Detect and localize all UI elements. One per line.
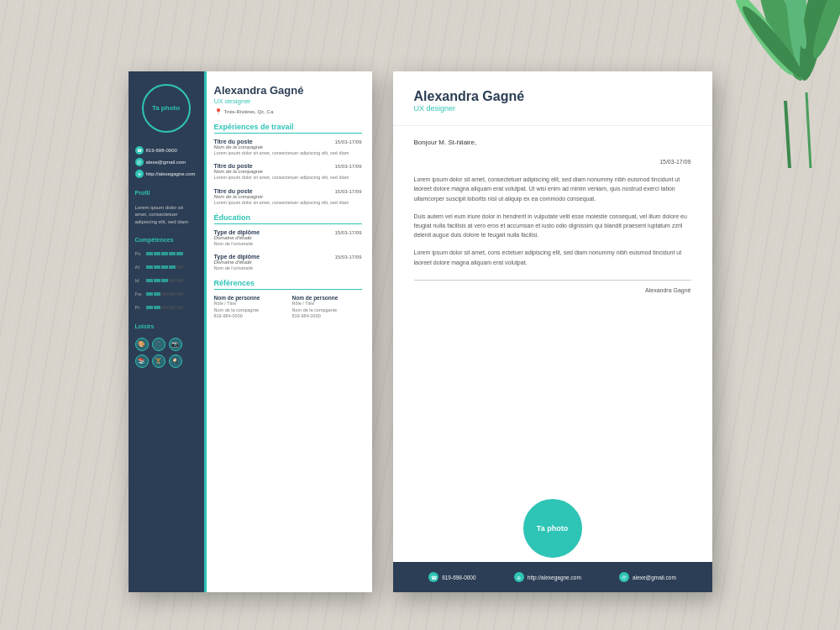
experience-section-title: Expériences de travail <box>214 123 362 134</box>
letter-signature: Alexandra Gagné <box>414 280 691 293</box>
comp-fw: Fw <box>135 291 197 297</box>
location-pin-icon: 📍 <box>214 108 223 116</box>
letter-para-3: Lorem ipsum dolor sit amet, cons ectetue… <box>414 248 691 266</box>
competences-title: Compétences <box>135 237 197 243</box>
loisirs-icons: 🎨 🎵 📷 📚 🏋 🍳 <box>135 338 197 368</box>
documents-wrapper: Ta photo ☎ 819-698-0000 @ alexe@gmail.co… <box>129 38 712 592</box>
footer-email: @ alexe@gmail.com <box>619 572 676 582</box>
cv-job-1: Titre du poste 15/03-17/09 Nom de la com… <box>214 139 362 157</box>
loisir-book-icon: 📚 <box>135 354 149 368</box>
cv-edu-2: Type de diplôme 15/03-17/09 Domaine d'ét… <box>214 254 362 272</box>
svg-line-8 <box>806 92 811 168</box>
loisirs-title: Loisirs <box>135 323 197 329</box>
footer-web-icon: ⊕ <box>514 572 524 582</box>
footer-email-icon: @ <box>619 572 629 582</box>
comp-ai: AI <box>135 265 197 270</box>
contact-email: @ alexe@gmail.com <box>135 158 197 166</box>
cv-document: Ta photo ☎ 819-698-0000 @ alexe@gmail.co… <box>129 71 372 592</box>
education-section-title: Éducation <box>214 213 362 224</box>
loisir-music-icon: 🎵 <box>152 338 165 351</box>
references-section-title: Références <box>214 279 362 290</box>
cv-location: 📍 Trois-Rivières, Qc, Ca <box>214 108 362 116</box>
svg-line-7 <box>785 101 790 168</box>
letter-para-2: Duis autem vel eum iriure dolor in hendr… <box>414 212 691 240</box>
phone-icon: ☎ <box>135 146 144 155</box>
teal-accent-bar <box>204 71 207 592</box>
footer-phone: ☎ 819-698-0000 <box>428 572 475 582</box>
loisir-art-icon: 🎨 <box>135 338 149 351</box>
references-container: Nom de personne Rôle / Titre Nom de la c… <box>214 295 362 320</box>
cv-job-3: Titre du poste 15/03-17/09 Nom de la com… <box>214 188 362 207</box>
comp-ps: Ps <box>135 251 197 256</box>
web-icon: ⊕ <box>135 170 144 178</box>
cv-photo-circle: Ta photo <box>142 84 191 133</box>
comp-pr: Pr <box>135 305 197 310</box>
cv-sidebar: Ta photo ☎ 819-698-0000 @ alexe@gmail.co… <box>129 71 204 592</box>
cv-job-title: UX designer <box>214 97 362 105</box>
letter-photo-circle: Ta photo <box>523 499 582 558</box>
cv-sidebar-contact: ☎ 819-698-0000 @ alexe@gmail.com ⊕ http:… <box>135 146 197 178</box>
ref-1: Nom de personne Rôle / Titre Nom de la c… <box>214 295 284 320</box>
cv-main: Alexandra Gagné UX designer 📍 Trois-Rivi… <box>204 71 372 592</box>
footer-phone-icon: ☎ <box>428 572 438 582</box>
profile-text: Lorem ipsum dolor sit amet, consectetuer… <box>135 204 197 225</box>
plant-decoration <box>630 0 840 185</box>
footer-website: ⊕ http://alexegagne.com <box>514 572 581 582</box>
ref-2: Nom de personne Rôle / Titre Nom de la c… <box>292 295 362 320</box>
contact-website: ⊕ http://alexegagne.com <box>135 170 197 178</box>
letter-body: Bonjour M. St-hilaire, 15/03-17/09 Lorem… <box>393 126 712 528</box>
profile-title: Profil <box>135 190 197 196</box>
cv-job-2: Titre du poste 15/03-17/09 Nom de la com… <box>214 163 362 181</box>
letter-footer: ☎ 819-698-0000 ⊕ http://alexegagne.com @… <box>393 562 712 592</box>
loisir-gym-icon: 🏋 <box>152 354 165 368</box>
comp-id: Id <box>135 278 197 283</box>
cv-edu-1: Type de diplôme 15/03-17/09 Domaine d'ét… <box>214 229 362 248</box>
contact-phone: ☎ 819-698-0000 <box>135 146 197 155</box>
loisir-photo-icon: 📷 <box>169 338 182 351</box>
email-icon: @ <box>135 158 144 166</box>
loisir-cook-icon: 🍳 <box>169 354 182 368</box>
letter-footer-wrapper: Ta photo ☎ 819-698-0000 ⊕ http://alexega… <box>393 528 712 592</box>
cv-name: Alexandra Gagné <box>214 84 362 97</box>
